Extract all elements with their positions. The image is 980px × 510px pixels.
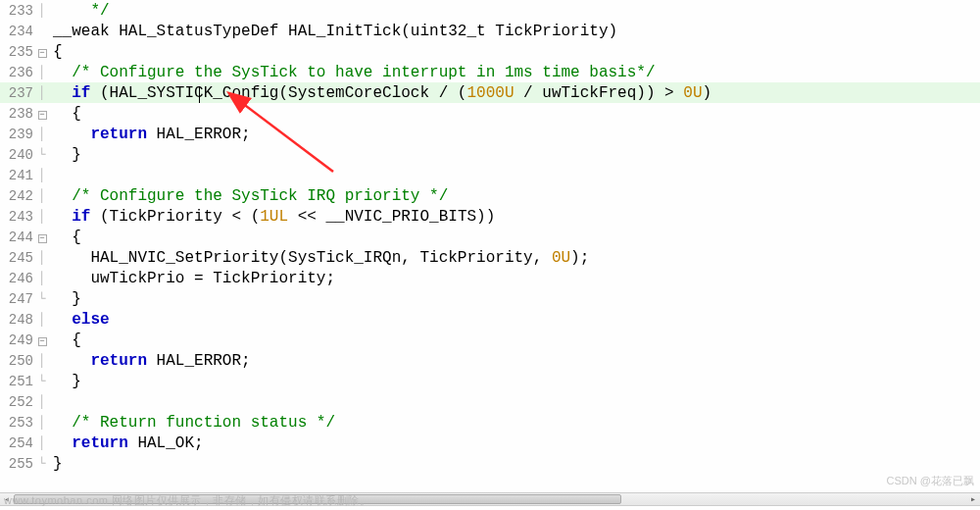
code-text[interactable]: return HAL_ERROR; (49, 352, 251, 370)
code-line[interactable]: 242│ /* Configure the SysTick IRQ priori… (0, 185, 980, 206)
fold-minus-icon[interactable]: − (38, 234, 47, 243)
fold-gutter: │ (35, 312, 49, 327)
text-caret (199, 86, 200, 103)
fold-gutter: └ (35, 147, 49, 162)
line-number: 248 (0, 312, 35, 328)
code-text[interactable]: if (HAL_SYSTICK_Config(SystemCoreClock /… (49, 84, 711, 102)
line-number: 245 (0, 250, 35, 266)
code-line[interactable]: 236│ /* Configure the SysTick to have in… (0, 62, 980, 82)
code-line[interactable]: 233│ */ (0, 0, 980, 21)
line-number: 251 (0, 374, 35, 389)
line-number: 252 (0, 394, 35, 410)
line-number: 249 (0, 332, 35, 348)
code-line[interactable]: 249− { (0, 330, 980, 350)
fold-gutter[interactable]: − (35, 44, 49, 59)
code-line[interactable]: 237│ if (HAL_SYSTICK_Config(SystemCoreCl… (0, 82, 980, 103)
line-number: 250 (0, 353, 35, 369)
code-text[interactable]: } (49, 146, 81, 164)
fold-gutter: │ (35, 394, 49, 409)
line-number: 235 (0, 44, 35, 60)
line-number: 242 (0, 188, 35, 204)
code-line[interactable]: 254│ return HAL_OK; (0, 433, 980, 453)
fold-gutter: └ (35, 291, 49, 306)
code-line[interactable]: 235−{ (0, 41, 980, 62)
code-text[interactable]: /* Configure the SysTick to have interru… (49, 64, 656, 81)
code-line[interactable]: 251└ } (0, 371, 980, 391)
code-text[interactable]: { (49, 43, 63, 61)
code-text[interactable]: return HAL_ERROR; (49, 126, 251, 143)
code-line[interactable]: 239│ return HAL_ERROR; (0, 124, 980, 144)
code-text[interactable]: /* Configure the SysTick IRQ priority */ (49, 187, 448, 205)
code-line[interactable]: 238− { (0, 103, 980, 124)
line-number: 246 (0, 271, 35, 286)
code-editor[interactable]: 233│ */234__weak HAL_StatusTypeDef HAL_I… (0, 0, 980, 488)
fold-gutter: │ (35, 353, 49, 368)
line-number: 236 (0, 65, 35, 80)
fold-gutter: │ (35, 168, 49, 182)
fold-gutter: │ (35, 415, 49, 430)
code-line[interactable]: 234__weak HAL_StatusTypeDef HAL_InitTick… (0, 21, 980, 41)
line-number: 238 (0, 106, 35, 122)
code-line[interactable]: 247└ } (0, 288, 980, 309)
code-text[interactable]: { (49, 105, 81, 123)
code-text[interactable]: HAL_NVIC_SetPriority(SysTick_IRQn, TickP… (49, 249, 589, 267)
fold-minus-icon[interactable]: − (38, 337, 47, 346)
fold-gutter: │ (35, 127, 49, 141)
fold-gutter: └ (35, 456, 49, 471)
fold-gutter: │ (35, 188, 49, 203)
code-text[interactable]: } (49, 290, 81, 308)
fold-gutter: │ (35, 3, 49, 18)
scroll-right-icon[interactable]: ▸ (966, 493, 980, 505)
fold-gutter: │ (35, 85, 49, 100)
code-line[interactable]: 255└} (0, 453, 980, 474)
fold-minus-icon[interactable]: − (38, 49, 47, 58)
code-line[interactable]: 248│ else (0, 309, 980, 330)
watermark-source: www.toymoban.com 网络图片仅供展示，非存储，如有侵权请联系删除。 (4, 493, 370, 508)
code-text[interactable]: { (49, 332, 81, 349)
code-line[interactable]: 243│ if (TickPriority < (1UL << __NVIC_P… (0, 206, 980, 227)
fold-gutter: │ (35, 435, 49, 450)
line-number: 244 (0, 230, 35, 245)
code-text[interactable]: } (49, 373, 81, 390)
line-number: 255 (0, 456, 35, 472)
code-line[interactable]: 244− { (0, 227, 980, 247)
code-text[interactable]: return HAL_OK; (49, 434, 204, 452)
code-line[interactable]: 241│ (0, 165, 980, 185)
line-number: 240 (0, 147, 35, 163)
code-text[interactable]: */ (49, 2, 110, 20)
line-number: 254 (0, 435, 35, 451)
line-number: 253 (0, 415, 35, 431)
code-text[interactable]: if (TickPriority < (1UL << __NVIC_PRIO_B… (49, 208, 495, 226)
code-text[interactable]: uwTickPrio = TickPriority; (49, 270, 335, 287)
fold-gutter: │ (35, 209, 49, 224)
code-line[interactable]: 250│ return HAL_ERROR; (0, 350, 980, 371)
line-number: 247 (0, 291, 35, 307)
line-number: 233 (0, 3, 35, 19)
fold-gutter[interactable]: − (35, 106, 49, 121)
code-line[interactable]: 252│ (0, 391, 980, 412)
code-text[interactable]: /* Return function status */ (49, 414, 335, 432)
watermark-csdn: CSDN @花落已飘 (887, 474, 974, 488)
fold-gutter: │ (35, 271, 49, 285)
code-line[interactable]: 245│ HAL_NVIC_SetPriority(SysTick_IRQn, … (0, 247, 980, 268)
fold-gutter: │ (35, 250, 49, 265)
code-text[interactable]: else (49, 311, 110, 329)
code-line[interactable]: 240└ } (0, 144, 980, 165)
code-line[interactable]: 246│ uwTickPrio = TickPriority; (0, 268, 980, 288)
line-number: 234 (0, 24, 35, 39)
line-number: 237 (0, 85, 35, 101)
code-line[interactable]: 253│ /* Return function status */ (0, 412, 980, 433)
line-number: 241 (0, 168, 35, 183)
fold-gutter: │ (35, 65, 49, 79)
code-text[interactable]: __weak HAL_StatusTypeDef HAL_InitTick(ui… (49, 23, 617, 40)
fold-minus-icon[interactable]: − (38, 111, 47, 120)
fold-gutter: └ (35, 374, 49, 388)
code-text[interactable]: { (49, 229, 81, 246)
line-number: 239 (0, 127, 35, 142)
fold-gutter[interactable]: − (35, 230, 49, 244)
code-text[interactable]: } (49, 455, 63, 473)
fold-gutter[interactable]: − (35, 332, 49, 347)
line-number: 243 (0, 209, 35, 225)
